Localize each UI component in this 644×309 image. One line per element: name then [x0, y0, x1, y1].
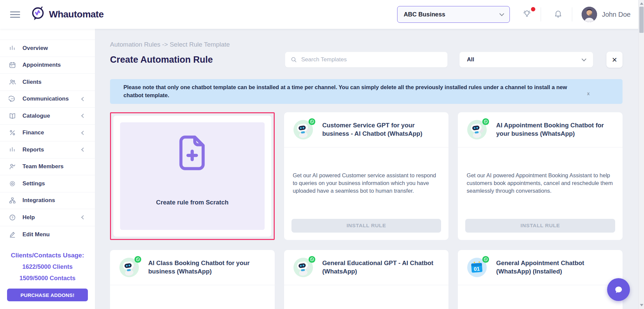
install-rule-button[interactable]: INSTALL RULE — [291, 219, 441, 233]
sidebar-item-label: Appointments — [22, 62, 86, 68]
whatsapp-badge-icon — [482, 256, 489, 263]
sidebar-item-label: Communications — [22, 96, 82, 102]
template-description: Get our AI powered Customer service assi… — [284, 165, 449, 201]
scrollbar-down-arrow[interactable] — [639, 302, 644, 308]
sidebar-item[interactable]: ? Help — [0, 209, 95, 226]
sidebar-item-icon — [9, 163, 17, 171]
user-menu[interactable]: John Doe — [582, 7, 631, 22]
template-avatar-icon — [293, 135, 314, 141]
sidebar-nav: Overview Appointments Clients Communicat… — [0, 40, 95, 243]
sidebar-item-icon — [9, 112, 17, 120]
brand-logo[interactable]: Whautomate — [30, 6, 104, 23]
chat-bubble-icon — [613, 284, 624, 295]
purchase-addons-button[interactable]: PURCHASE ADDONS! — [7, 289, 88, 301]
template-avatar-icon: 01 — [467, 273, 487, 279]
svg-text:01: 01 — [474, 266, 480, 272]
template-avatar-icon — [119, 273, 140, 279]
sidebar-item[interactable]: Overview — [0, 40, 95, 57]
template-card-header: 01 General Appointment Chatbot (WhatsApp… — [458, 250, 623, 285]
sidebar-item-label: Reports — [22, 146, 82, 153]
template-title: General Educational GPT - AI Chatbot (Wh… — [322, 259, 440, 276]
sidebar-item[interactable]: Appointments — [0, 57, 95, 74]
template-card-header: AI Class Booking Chatbot for your busine… — [110, 250, 275, 285]
sidebar-item-icon — [9, 146, 17, 154]
create-from-scratch-card[interactable]: Create rule from Scratch — [110, 112, 275, 240]
template-avatar — [293, 257, 314, 278]
template-card-body: Get our bot to respond when someone mess… — [458, 285, 623, 309]
sidebar-item[interactable]: Reports — [0, 141, 95, 159]
sidebar-item-icon: ? — [9, 213, 17, 222]
chevron-collapsed-icon — [81, 114, 86, 118]
sidebar-item[interactable]: Clients — [0, 74, 95, 91]
usage-title: Clients/Contacts Usage: — [0, 252, 95, 259]
scrollbar-up-arrow[interactable] — [639, 1, 644, 6]
template-card: AI Class Booking Chatbot for your busine… — [110, 250, 275, 309]
close-button[interactable]: × — [606, 52, 623, 68]
sidebar-item-label: Overview — [22, 45, 86, 52]
template-description: Get our AI powered Appointment Booking A… — [458, 165, 623, 201]
template-title: General Appointment Chatbot (WhatsApp) (… — [496, 259, 614, 276]
usage-summary: Clients/Contacts Usage: 1622/5000 Client… — [0, 252, 95, 282]
app-header: Whautomate ABC Business — [0, 0, 644, 29]
sidebar-item[interactable]: Finance — [0, 125, 95, 142]
main-content: Automation Rules -> Select Rule Template… — [95, 29, 644, 309]
sidebar-item[interactable]: Catalogue — [0, 108, 95, 125]
template-card-header: General Educational GPT - AI Chatbot (Wh… — [284, 250, 449, 285]
template-card: General Educational GPT - AI Chatbot (Wh… — [284, 250, 449, 309]
template-card-body: Get our AI powered educational bot to re… — [284, 285, 449, 309]
search-input[interactable] — [301, 56, 442, 63]
breadcrumb: Automation Rules -> Select Rule Template — [110, 41, 623, 48]
template-avatar — [293, 119, 314, 140]
business-selector-value: ABC Business — [404, 11, 500, 18]
template-grid: Create rule from Scratch — [110, 112, 623, 309]
document-plus-icon — [176, 131, 208, 175]
banner-dismiss-icon[interactable]: x — [587, 91, 590, 96]
sidebar-item[interactable]: Team Members — [0, 159, 95, 176]
template-title: AI Appointment Booking Chatbot for your … — [496, 121, 614, 138]
whautomate-logo-icon — [30, 6, 46, 23]
bell-icon[interactable] — [554, 9, 562, 19]
sidebar-item-label: Help — [22, 214, 82, 221]
avatar — [582, 7, 597, 22]
scratch-card-surface: Create rule from Scratch — [113, 116, 271, 237]
business-selector[interactable]: ABC Business — [397, 6, 510, 23]
chevron-collapsed-icon — [81, 215, 86, 220]
sidebar-item[interactable]: Edit Menu — [0, 226, 95, 243]
template-avatar-icon — [467, 135, 487, 141]
template-avatar: 01 — [467, 257, 487, 278]
divider — [541, 7, 541, 21]
sidebar-item-icon — [9, 180, 17, 188]
sidebar-item-icon — [9, 44, 17, 52]
usage-contacts: 1509/5000 Contacts — [0, 275, 95, 282]
sidebar-item-label: Team Members — [22, 163, 86, 170]
sidebar-item-label: Finance — [22, 129, 82, 136]
info-banner: Please note that only one chatbot templa… — [110, 79, 623, 104]
menu-icon[interactable] — [10, 10, 20, 19]
sidebar-item-icon — [9, 95, 17, 103]
live-chat-button[interactable] — [607, 278, 630, 301]
sidebar-item-icon — [9, 231, 17, 239]
sidebar-item[interactable]: Communications — [0, 91, 95, 108]
chevron-collapsed-icon — [81, 147, 86, 152]
whatsapp-badge-icon — [308, 118, 316, 125]
sidebar-item[interactable]: Integrations — [0, 192, 95, 209]
template-card: AI Appointment Booking Chatbot for your … — [458, 112, 623, 240]
sidebar-item-label: Integrations — [22, 197, 86, 204]
scratch-card-label: Create rule from Scratch — [156, 199, 228, 206]
template-card-header: Customer Service GPT for your business -… — [284, 112, 449, 147]
sidebar: Overview Appointments Clients Communicat… — [0, 29, 95, 309]
divider — [572, 7, 572, 21]
whats-new-bulb-icon[interactable] — [523, 9, 531, 19]
info-banner-text: Please note that only one chatbot templa… — [123, 84, 567, 98]
template-title: Customer Service GPT for your business -… — [322, 121, 440, 138]
category-filter-value: All — [467, 56, 582, 63]
scrollbar-thumb[interactable] — [639, 7, 644, 33]
scrollbar[interactable] — [638, 0, 644, 309]
whatsapp-badge-icon — [308, 256, 316, 263]
template-card-header: AI Appointment Booking Chatbot for your … — [458, 112, 623, 147]
sidebar-item-icon — [9, 129, 17, 137]
sidebar-item[interactable]: Settings — [0, 175, 95, 192]
install-rule-button[interactable]: INSTALL RULE — [465, 219, 615, 233]
category-filter-select[interactable]: All — [460, 52, 593, 67]
chevron-collapsed-icon — [81, 131, 86, 135]
